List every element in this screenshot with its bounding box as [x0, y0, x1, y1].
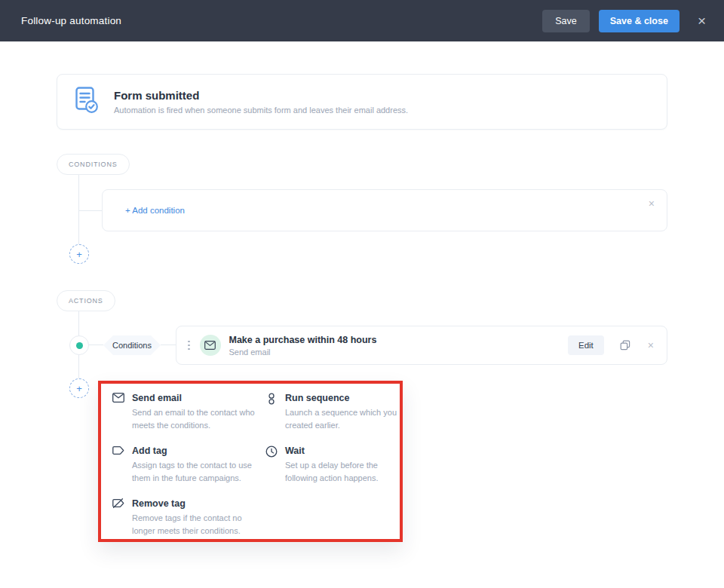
menu-item-description: Set up a delay before the following acti… — [285, 459, 400, 485]
connector-line — [89, 345, 103, 345]
connector-line — [78, 210, 102, 211]
duplicate-icon[interactable] — [620, 340, 630, 351]
menu-item-title: Add tag — [132, 445, 262, 457]
action-card-title: Make a purchase within 48 hours — [229, 335, 377, 345]
menu-item-description: Launch a sequence which you created earl… — [285, 406, 400, 432]
remove-action-icon[interactable]: × — [645, 338, 657, 353]
save-button[interactable]: Save — [542, 10, 590, 32]
envelope-icon — [204, 341, 216, 350]
branch-node[interactable] — [69, 335, 89, 355]
trigger-card[interactable]: Form submitted Automation is fired when … — [57, 74, 667, 130]
sequence-icon — [265, 392, 278, 432]
envelope-icon — [112, 392, 124, 432]
save-and-close-button[interactable]: Save & close — [599, 10, 680, 32]
menu-item-run-sequence[interactable]: Run sequence Launch a sequence which you… — [265, 392, 400, 432]
menu-item-title: Wait — [285, 445, 400, 457]
connector-line — [78, 355, 79, 378]
connector-line — [78, 175, 79, 244]
add-step-button[interactable]: + — [69, 244, 89, 264]
clock-icon — [265, 445, 278, 485]
menu-item-add-tag[interactable]: Add tag Assign tags to the contact to us… — [112, 445, 265, 485]
action-menu-column-left: Send email Send an email to the contact … — [112, 392, 265, 550]
action-menu: Send email Send an email to the contact … — [101, 384, 400, 550]
trigger-text: Form submitted Automation is fired when … — [114, 89, 408, 115]
conditions-pill: CONDITIONS — [57, 154, 130, 175]
action-card-text: Make a purchase within 48 hours Send ema… — [229, 335, 377, 357]
remove-condition-icon[interactable]: × — [646, 196, 658, 211]
drag-handle-icon[interactable] — [186, 339, 192, 352]
automation-canvas: Form submitted Automation is fired when … — [0, 41, 724, 588]
form-submitted-icon — [75, 87, 99, 118]
connector-line — [161, 345, 176, 345]
tag-slash-icon — [112, 498, 124, 537]
menu-item-wait[interactable]: Wait Set up a delay before the following… — [265, 445, 400, 485]
connector-line — [78, 311, 79, 335]
menu-item-title: Remove tag — [132, 498, 262, 510]
menu-item-description: Send an email to the contact who meets t… — [132, 406, 262, 432]
branch-dot — [76, 342, 83, 349]
action-card[interactable]: Make a purchase within 48 hours Send ema… — [176, 326, 667, 365]
menu-item-send-email[interactable]: Send email Send an email to the contact … — [112, 392, 265, 432]
menu-item-remove-tag[interactable]: Remove tag Remove tags if the contact no… — [112, 498, 265, 537]
menu-item-title: Send email — [132, 392, 262, 404]
trigger-title: Form submitted — [114, 89, 408, 102]
condition-card: + Add condition × — [102, 189, 667, 231]
add-action-button[interactable]: + — [69, 378, 89, 398]
action-menu-column-right: Run sequence Launch a sequence which you… — [265, 392, 400, 550]
edit-button[interactable]: Edit — [568, 335, 604, 355]
menu-item-description: Assign tags to the contact to use them i… — [132, 459, 262, 485]
page-title: Follow-up automation — [21, 15, 542, 26]
top-bar: Follow-up automation Save Save & close × — [0, 0, 724, 41]
menu-item-title: Run sequence — [285, 392, 400, 404]
trigger-description: Automation is fired when someone submits… — [114, 106, 408, 115]
branch-badge[interactable]: Conditions — [103, 335, 161, 355]
action-card-subtitle: Send email — [229, 348, 377, 357]
actions-pill: ACTIONS — [57, 290, 115, 311]
email-action-avatar — [200, 335, 221, 356]
close-icon[interactable]: × — [693, 11, 710, 31]
tag-icon — [112, 445, 124, 485]
add-condition-link[interactable]: + Add condition — [125, 206, 185, 215]
menu-item-description: Remove tags if the contact no longer mee… — [132, 512, 262, 537]
action-menu-annotation-box: Send email Send an email to the contact … — [98, 381, 403, 542]
